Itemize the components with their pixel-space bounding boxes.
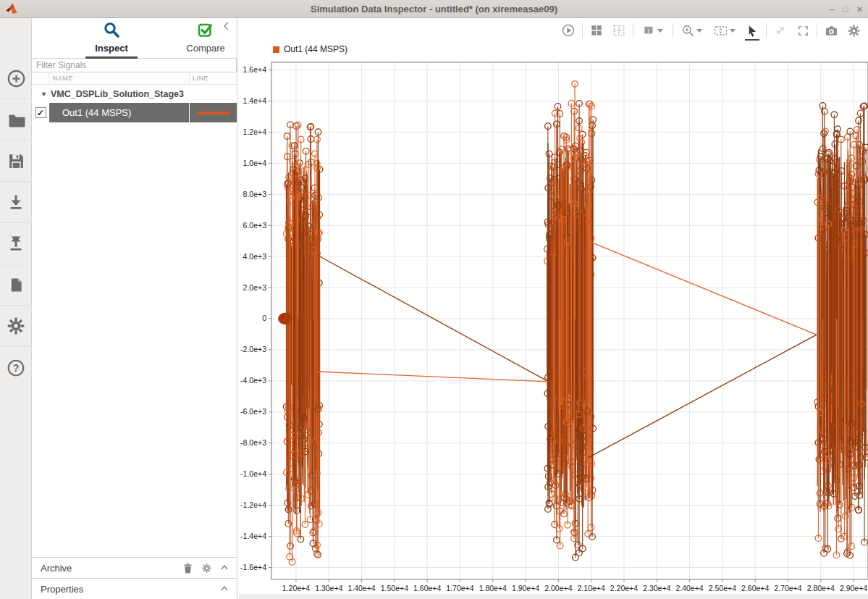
green-check-icon [197, 21, 214, 38]
import-icon [7, 193, 25, 211]
svg-text:1.0e+4: 1.0e+4 [243, 159, 267, 167]
titlebar: Simulation Data Inspector - untitled* (o… [0, 0, 868, 18]
layout-grid-button[interactable] [588, 22, 605, 39]
save-button[interactable] [0, 141, 32, 182]
toolbar-separator [766, 23, 767, 38]
import-button[interactable] [0, 182, 32, 223]
svg-text:2.30e+4: 2.30e+4 [643, 584, 670, 592]
settings-gear-icon [847, 24, 861, 38]
archive-bar[interactable]: Archive [32, 557, 237, 578]
svg-text:2.70e+4: 2.70e+4 [774, 584, 801, 592]
expand-icon [774, 24, 787, 37]
dropdown-caret-icon [657, 29, 663, 33]
export-icon [7, 235, 25, 252]
save-icon [7, 152, 25, 170]
svg-text:1.70e+4: 1.70e+4 [446, 584, 473, 592]
tab-compare-label: Compare [162, 43, 249, 54]
active-tab-underline [85, 56, 138, 59]
signal-row-out1[interactable]: ✓ Out1 (44 MSPS) [32, 103, 237, 122]
export-button[interactable] [0, 223, 32, 264]
help-button[interactable]: ? [0, 347, 32, 388]
preferences-button[interactable] [0, 306, 32, 347]
chevron-up-icon[interactable] [219, 563, 229, 573]
chevron-up-icon[interactable] [219, 584, 229, 594]
checkbox-column-header [32, 72, 49, 84]
svg-text:2.0e+3: 2.0e+3 [243, 283, 267, 292]
fit-to-view-button[interactable] [709, 22, 738, 39]
svg-text:2.80e+4: 2.80e+4 [807, 584, 835, 592]
gear-icon[interactable] [201, 563, 212, 574]
signals-panel: Inspect Compare NAME LINE ▼ VMC_DSPLib_S… [32, 18, 237, 599]
tab-compare[interactable]: Compare [162, 21, 249, 54]
toolbar-separator [817, 23, 817, 38]
svg-text:?: ? [13, 361, 20, 373]
toolbar-separator [633, 23, 633, 38]
svg-text:2.50e+4: 2.50e+4 [709, 584, 736, 592]
signal-checkbox-cell: ✓ [32, 103, 49, 122]
maximize-icon[interactable]: □ [843, 0, 848, 18]
replay-button[interactable] [560, 22, 577, 39]
signal-checkbox[interactable]: ✓ [35, 107, 46, 118]
svg-text:2.20e+4: 2.20e+4 [610, 584, 638, 592]
line-column-header: LINE [190, 72, 237, 84]
snapshot-button[interactable] [822, 22, 840, 39]
close-icon[interactable]: × [856, 0, 862, 18]
add-run-icon [7, 69, 26, 88]
signal-name[interactable]: Out1 (44 MSPS) [49, 103, 190, 122]
tab-inspect-label: Inspect [68, 43, 155, 54]
fullscreen-button[interactable] [794, 22, 812, 39]
signal-group-row[interactable]: ▼ VMC_DSPLib_Solution_Stage3 [32, 85, 237, 103]
svg-text:1.40e+4: 1.40e+4 [347, 584, 375, 592]
svg-text:1.20e+4: 1.20e+4 [282, 584, 310, 592]
properties-bar[interactable]: Properties [32, 578, 237, 599]
layout-grid-icon [590, 24, 603, 37]
plot-svg[interactable]: 1.6e+41.4e+41.2e+41.0e+48.0e+36.0e+34.0e… [239, 41, 868, 599]
toolbar-separator [582, 23, 583, 38]
subplot-count-button[interactable]: 1 [639, 22, 667, 39]
panel-bottom-bars: Archive Properties [32, 557, 237, 599]
cursor-button[interactable] [743, 22, 761, 39]
add-run-button[interactable] [0, 58, 32, 99]
name-column-header: NAME [49, 72, 190, 84]
minimize-icon[interactable]: – [830, 0, 835, 18]
report-button[interactable] [0, 264, 32, 306]
trash-icon[interactable] [182, 562, 194, 574]
plot-toolbar: 1 [560, 20, 862, 41]
magnifier-icon [103, 21, 120, 38]
svg-text:-8.0e+3: -8.0e+3 [240, 438, 266, 447]
svg-text:4.0e+3: 4.0e+3 [243, 252, 267, 261]
simulation-data-inspector-window: Simulation Data Inspector - untitled* (o… [0, 0, 868, 599]
zoom-button[interactable] [678, 22, 704, 39]
filter-signals-input[interactable] [32, 58, 237, 72]
replay-icon [561, 23, 576, 38]
svg-text:6.0e+3: 6.0e+3 [243, 221, 267, 230]
dropdown-caret-icon [730, 29, 736, 33]
matlab-logo-icon [5, 2, 18, 15]
chevron-left-icon [222, 21, 232, 31]
clear-subplots-button[interactable] [610, 22, 628, 39]
signal-table-header: NAME LINE [32, 72, 237, 85]
signal-line-cell[interactable] [190, 103, 237, 122]
expand-button[interactable] [772, 22, 789, 39]
group-name: VMC_DSPLib_Solution_Stage3 [51, 89, 184, 99]
snapshot-camera-icon [825, 24, 838, 38]
collapse-panel-button[interactable] [222, 21, 233, 33]
svg-text:2.00e+4: 2.00e+4 [544, 584, 572, 592]
svg-text:2.10e+4: 2.10e+4 [578, 584, 605, 592]
svg-text:-4.0e+3: -4.0e+3 [240, 376, 266, 385]
archive-label: Archive [41, 563, 182, 574]
group-expand-triangle-icon[interactable]: ▼ [41, 91, 47, 98]
svg-text:2.40e+4: 2.40e+4 [675, 584, 703, 592]
window-title: Simulation Data Inspector - untitled* (o… [0, 4, 868, 14]
svg-text:1.4e+4: 1.4e+4 [243, 96, 267, 105]
visualization-settings-button[interactable] [845, 22, 862, 39]
svg-text:2.60e+4: 2.60e+4 [741, 584, 769, 592]
subplot-count-icon: 1 [643, 24, 656, 37]
svg-text:1.90e+4: 1.90e+4 [512, 584, 539, 592]
open-button[interactable] [0, 99, 32, 141]
toolbar-separator [673, 23, 673, 38]
svg-text:1.30e+4: 1.30e+4 [315, 584, 342, 592]
fullscreen-icon [797, 25, 809, 37]
tab-inspect[interactable]: Inspect [68, 21, 155, 59]
left-toolbar-strip: ? [0, 18, 32, 599]
